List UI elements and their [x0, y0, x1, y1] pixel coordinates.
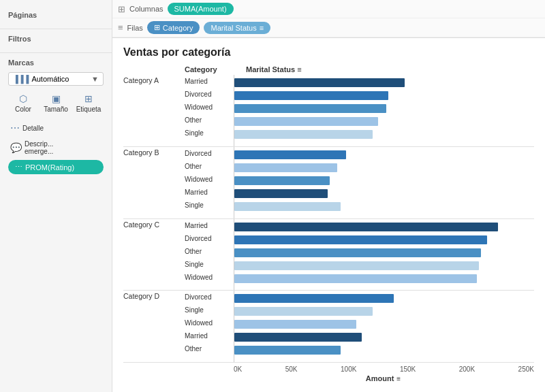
- marital-label-3-3: Married: [185, 329, 234, 342]
- tamano-mark[interactable]: ▣ Tamaño: [41, 91, 71, 115]
- x-label-0K: 0K: [234, 365, 242, 373]
- x-label-200K: 200K: [459, 365, 475, 373]
- marital-label-2-0: Married: [185, 219, 234, 232]
- tooltip-icon: 💬: [10, 142, 22, 153]
- marital-label-1-0: Divorced: [185, 147, 234, 160]
- bar-2-3: [234, 261, 479, 270]
- bar-row-1-4: [234, 200, 534, 213]
- bar-row-0-2: [234, 102, 534, 115]
- category-pill-icon: ⊞: [154, 23, 160, 32]
- bar-1-3: [234, 189, 328, 198]
- suma-pill[interactable]: SUMA(Amount): [168, 3, 234, 15]
- bar-row-3-0: [234, 292, 534, 305]
- dropdown-arrow-icon: ▼: [91, 75, 99, 83]
- filas-icon: ≡: [118, 22, 123, 33]
- marital-sort-icon[interactable]: ≡: [297, 65, 301, 74]
- category-label-2: Category C: [123, 219, 185, 291]
- descrip-mark[interactable]: 💬 Descrip...emerge...: [8, 138, 104, 157]
- sidebar: Páginas Filtros Marcas ▐▐▐ Automático ▼ …: [0, 0, 112, 392]
- category-col-header: Category: [185, 65, 246, 74]
- prom-label: PROM(Rating): [25, 163, 74, 172]
- marital-label-3-2: Widowed: [185, 316, 234, 329]
- category-label-0: Category A: [123, 75, 185, 146]
- descrip-label: Descrip...emerge...: [25, 140, 53, 155]
- category-pill[interactable]: ⊞ Category: [147, 21, 200, 34]
- bar-row-0-3: [234, 115, 534, 128]
- marital-label-0-0: Married: [185, 75, 234, 88]
- bars-container-2: [234, 219, 534, 291]
- bar-0-2: [234, 104, 386, 113]
- bar-row-0-1: [234, 89, 534, 102]
- marital-label-2-2: Other: [185, 245, 234, 258]
- bar-2-4: [234, 274, 477, 283]
- prom-dots-icon: ⋯: [15, 163, 22, 172]
- category-group-2: Category CMarriedDivorcedOtherSingleWido…: [123, 219, 534, 291]
- automatico-label: Automático: [31, 75, 69, 83]
- marital-label-3-1: Single: [185, 304, 234, 316]
- color-label: Color: [15, 105, 31, 113]
- bar-row-3-1: [234, 305, 534, 318]
- columnas-row: ⊞ Columnas SUMA(Amount): [112, 0, 545, 18]
- marital-label-0-2: Widowed: [185, 101, 234, 114]
- bar-2-1: [234, 235, 487, 244]
- bars-container-3: [234, 291, 534, 362]
- chart-rows: Category AMarriedDivorcedWidowedOtherSin…: [123, 75, 534, 363]
- filas-row: ≡ Filas ⊞ Category Marital Status ≡: [112, 18, 545, 37]
- marcas-label: Marcas: [8, 59, 104, 67]
- marital-filter-icon: ≡: [260, 24, 264, 32]
- marital-label-2-3: Single: [185, 258, 234, 271]
- marital-pill-label: Marital Status: [211, 24, 256, 32]
- bars-container-1: [234, 147, 534, 218]
- detalle-label: Detalle: [22, 125, 44, 132]
- bar-row-1-1: [234, 161, 534, 174]
- marital-label-3-4: Other: [185, 342, 234, 355]
- marital-label-2-4: Widowed: [185, 271, 234, 284]
- bar-row-3-2: [234, 318, 534, 331]
- bar-row-2-3: [234, 259, 534, 272]
- color-mark[interactable]: ⬡ Color: [8, 91, 38, 115]
- bar-row-2-4: [234, 272, 534, 285]
- marital-labels-0: MarriedDivorcedWidowedOtherSingle: [185, 75, 234, 146]
- marital-col-header: Marital Status ≡: [246, 65, 302, 74]
- bar-chart-icon: ▐▐▐: [13, 75, 29, 83]
- bar-3-2: [234, 320, 356, 329]
- detalle-mark[interactable]: ⋯ Detalle: [8, 120, 104, 135]
- prom-badge[interactable]: ⋯ PROM(Rating): [8, 160, 104, 174]
- bar-3-3: [234, 333, 362, 342]
- marital-label-0-3: Other: [185, 114, 234, 127]
- main-content: ⊞ Columnas SUMA(Amount) ≡ Filas ⊞ Catego…: [112, 0, 545, 392]
- paginas-label: Páginas: [8, 11, 104, 19]
- category-group-0: Category AMarriedDivorcedWidowedOtherSin…: [123, 75, 534, 147]
- x-label-100K: 100K: [341, 365, 356, 373]
- bar-row-1-3: [234, 187, 534, 200]
- bar-1-2: [234, 176, 330, 185]
- etiqueta-mark[interactable]: ⊞ Etiqueta: [74, 91, 104, 115]
- category-group-3: Category DDivorcedSingleWidowedMarriedOt…: [123, 291, 534, 363]
- bar-0-4: [234, 130, 373, 139]
- x-label-50K: 50K: [285, 365, 298, 373]
- category-pill-label: Category: [163, 24, 193, 32]
- bar-3-4: [234, 346, 341, 355]
- marital-labels-1: DivorcedOtherWidowedMarriedSingle: [185, 147, 234, 218]
- x-axis-title: Amount ≡: [123, 373, 534, 382]
- bar-row-2-0: [234, 220, 534, 233]
- bar-row-0-0: [234, 76, 534, 89]
- bar-row-2-1: [234, 233, 534, 246]
- bar-row-0-4: [234, 128, 534, 141]
- columnas-icon: ⊞: [118, 4, 125, 14]
- bar-row-3-4: [234, 344, 534, 357]
- amount-sort-icon[interactable]: ≡: [396, 375, 401, 382]
- marital-label-0-1: Divorced: [185, 88, 234, 101]
- marks-grid: ⬡ Color ▣ Tamaño ⊞ Etiqueta: [8, 91, 104, 115]
- bar-2-2: [234, 248, 481, 257]
- marital-label-1-4: Single: [185, 199, 234, 212]
- chart-title: Ventas por categoría: [123, 46, 534, 59]
- suma-label: SUMA(Amount): [174, 5, 227, 13]
- marital-pill[interactable]: Marital Status ≡: [204, 22, 270, 34]
- bar-0-1: [234, 91, 388, 100]
- bar-1-1: [234, 163, 337, 172]
- x-label-250K: 250K: [518, 365, 534, 373]
- x-label-150K: 150K: [400, 365, 416, 373]
- marks-type-dropdown[interactable]: ▐▐▐ Automático ▼: [8, 72, 104, 86]
- marital-label-1-2: Widowed: [185, 173, 234, 186]
